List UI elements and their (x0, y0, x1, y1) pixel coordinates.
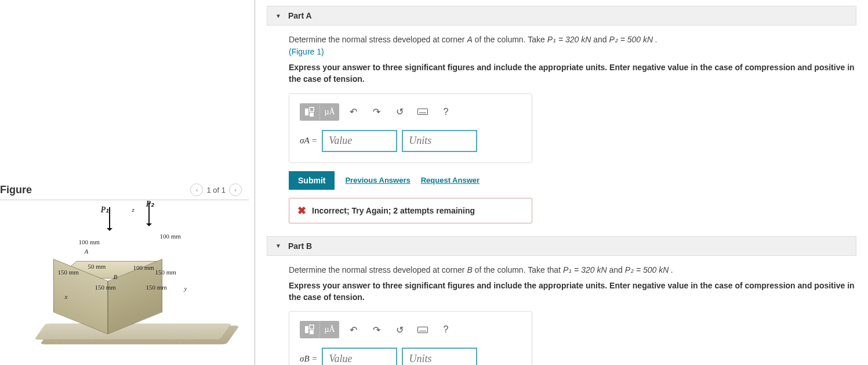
redo-button[interactable]: ↷ (367, 321, 386, 338)
sigma-b-label: σB = (300, 354, 317, 364)
templates-button[interactable] (300, 321, 319, 338)
dim-150mm-2: 150 mm (155, 269, 176, 276)
undo-button[interactable]: ↶ (344, 321, 362, 338)
svg-rect-2 (310, 113, 314, 117)
keyboard-icon (417, 327, 428, 333)
units-picker-button[interactable]: µÅ (319, 321, 339, 338)
axis-x: x (65, 293, 68, 300)
corner-b-label: B (114, 273, 118, 280)
value-input[interactable] (322, 130, 397, 152)
keyboard-button[interactable] (413, 103, 432, 121)
undo-button[interactable]: ↶ (344, 103, 362, 121)
answer-toolbar-b: µÅ ↶ ↷ ↺ ? (300, 321, 521, 338)
units-picker-button[interactable]: µÅ (319, 103, 339, 121)
dim-100mm-1: 100 mm (79, 238, 100, 245)
help-button[interactable]: ? (437, 321, 455, 338)
svg-rect-4 (310, 325, 314, 329)
svg-rect-0 (305, 109, 308, 115)
part-a-header[interactable]: ▼ Part A (267, 6, 856, 26)
incorrect-icon: ✖ (297, 204, 306, 217)
questions-pane: ▼ Part A Determine the normal stress dev… (255, 0, 868, 365)
part-b-prompt: Determine the normal stress developed at… (289, 264, 856, 276)
templates-icon (304, 324, 315, 335)
corner-a-label: A (85, 248, 89, 255)
figure-pane: Figure ‹ 1 of 1 › P₁ P₂ 100 mm 100 mm 10… (0, 0, 255, 365)
figure-link[interactable]: (Figure 1) (289, 47, 324, 56)
feedback-text: Incorrect; Try Again; 2 attempts remaini… (312, 206, 475, 215)
part-a-prompt: Determine the normal stress developed at… (289, 34, 856, 58)
figure-title: Figure (0, 184, 190, 196)
force-p2-label: P₂ (146, 199, 155, 209)
reset-button[interactable]: ↺ (390, 103, 409, 121)
templates-button[interactable] (300, 103, 319, 121)
figure-pager: ‹ 1 of 1 › (190, 183, 242, 196)
feedback-incorrect: ✖ Incorrect; Try Again; 2 attempts remai… (289, 198, 532, 223)
redo-button[interactable]: ↷ (367, 103, 386, 121)
dim-100mm-3: 100 mm (133, 264, 154, 271)
submit-button[interactable]: Submit (289, 171, 335, 190)
collapse-icon[interactable]: ▼ (275, 243, 281, 249)
collapse-icon[interactable]: ▼ (275, 13, 281, 19)
keyboard-icon (417, 109, 428, 115)
svg-rect-1 (310, 107, 314, 111)
reset-button[interactable]: ↺ (390, 321, 409, 338)
part-b-header[interactable]: ▼ Part B (267, 236, 856, 256)
svg-rect-3 (305, 326, 308, 333)
svg-rect-5 (310, 330, 314, 334)
previous-answers-link[interactable]: Previous Answers (345, 176, 410, 185)
dim-150mm-1: 150 mm (58, 269, 79, 276)
sigma-a-label: σA = (300, 136, 317, 146)
request-answer-link[interactable]: Request Answer (421, 176, 480, 185)
pager-next-button[interactable]: › (229, 183, 242, 196)
part-a-answer-box: µÅ ↶ ↷ ↺ ? σA = (289, 93, 532, 163)
part-b-title: Part B (288, 241, 312, 251)
units-input[interactable] (402, 130, 477, 152)
pager-status: 1 of 1 (206, 186, 226, 194)
pager-prev-button[interactable]: ‹ (190, 183, 203, 196)
keyboard-button[interactable] (413, 321, 432, 338)
dim-150mm-3: 150 mm (95, 284, 116, 291)
force-p1-label: P₁ (101, 205, 110, 215)
part-a-title: Part A (288, 11, 312, 20)
dim-100mm-2: 100 mm (160, 233, 181, 240)
figure-diagram: P₁ P₂ 100 mm 100 mm 100 mm 150 mm 150 mm… (23, 206, 232, 357)
dim-50mm: 50 mm (88, 263, 106, 270)
dim-150mm-4: 150 mm (146, 284, 167, 291)
part-b-instruction: Express your answer to three significant… (289, 280, 856, 303)
part-a-instruction: Express your answer to three significant… (289, 62, 856, 85)
units-input[interactable] (402, 348, 477, 365)
help-button[interactable]: ? (437, 103, 455, 121)
axis-z: z (132, 206, 135, 213)
templates-icon (304, 107, 315, 117)
part-b-answer-box: µÅ ↶ ↷ ↺ ? σB = (289, 311, 532, 365)
axis-y: y (184, 285, 187, 292)
value-input[interactable] (322, 348, 397, 365)
answer-toolbar: µÅ ↶ ↷ ↺ ? (300, 103, 521, 121)
